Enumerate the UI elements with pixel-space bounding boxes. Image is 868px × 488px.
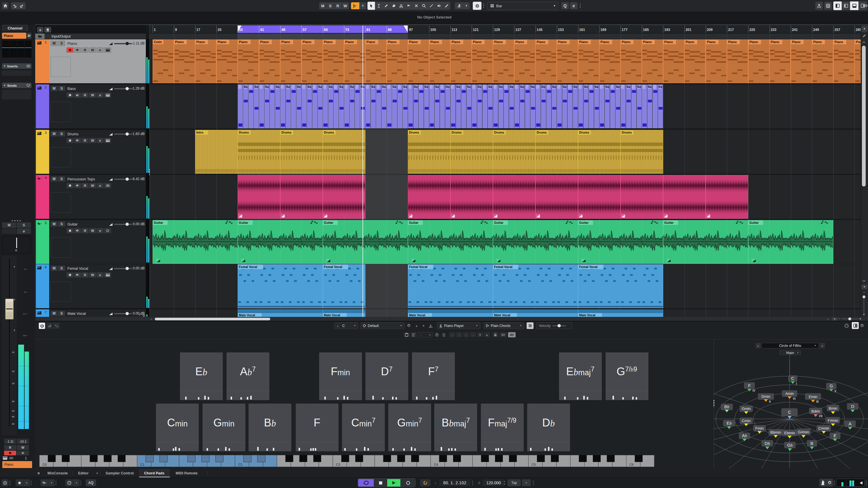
svg-text:33: 33 xyxy=(239,28,243,32)
svg-text:C5: C5 xyxy=(532,463,536,466)
svg-text:201: 201 xyxy=(685,28,691,32)
svg-text:Guitar: Guitar xyxy=(324,221,333,224)
svg-text:Piano: Piano xyxy=(749,40,758,44)
svg-text:Piano: Piano xyxy=(600,40,609,44)
svg-text:Drums: Drums xyxy=(409,131,419,134)
svg-text:VII: VII xyxy=(819,415,822,418)
svg-text:105: 105 xyxy=(430,28,436,32)
svg-text:V: V xyxy=(834,390,836,393)
svg-text:C2: C2 xyxy=(238,463,242,466)
svg-text:Gmin: Gmin xyxy=(742,406,750,411)
svg-text:Bmin: Bmin xyxy=(829,406,837,411)
svg-text:145: 145 xyxy=(536,28,542,32)
svg-text:Db: Db xyxy=(765,441,770,446)
svg-text:Piano: Piano xyxy=(345,40,354,44)
svg-text:Cmin: Cmin xyxy=(742,419,750,423)
svg-text:Femal Vocal: Femal Vocal xyxy=(239,265,257,268)
svg-text:Male Vocal: Male Vocal xyxy=(494,314,510,317)
svg-text:Piano: Piano xyxy=(536,40,545,44)
svg-text:Piano: Piano xyxy=(813,40,822,44)
svg-text:Piano: Piano xyxy=(728,40,737,44)
svg-text:Guitar: Guitar xyxy=(664,221,674,224)
svg-text:Piano: Piano xyxy=(494,40,503,44)
svg-text:9: 9 xyxy=(175,28,177,32)
svg-text:I: I xyxy=(796,382,797,385)
svg-text:121: 121 xyxy=(473,28,478,32)
svg-text:Piano: Piano xyxy=(473,40,482,44)
svg-text:Piano: Piano xyxy=(239,40,247,44)
svg-text:II: II xyxy=(769,400,771,403)
svg-text:Gb: Gb xyxy=(787,443,793,448)
svg-text:Femal Vocal: Femal Vocal xyxy=(409,265,427,268)
svg-text:Emin: Emin xyxy=(809,395,817,399)
svg-text:G#min: G#min xyxy=(798,430,809,434)
svg-text:177: 177 xyxy=(621,28,627,32)
svg-text:217: 217 xyxy=(728,28,734,32)
svg-text:Piano: Piano xyxy=(621,40,630,44)
svg-text:C1: C1 xyxy=(140,463,144,466)
svg-text:Cmin: Cmin xyxy=(154,40,162,44)
svg-text:Piano: Piano xyxy=(707,40,715,44)
svg-text:Bdim: Bdim xyxy=(811,409,820,414)
svg-text:IV: IV xyxy=(752,389,755,392)
svg-text:F#min: F#min xyxy=(828,418,838,423)
svg-text:Piano: Piano xyxy=(664,40,673,44)
svg-text:Ab: Ab xyxy=(742,433,747,438)
svg-text:137: 137 xyxy=(515,28,521,32)
svg-text:Amin: Amin xyxy=(785,391,794,396)
svg-text:Male Vocal: Male Vocal xyxy=(324,314,340,317)
svg-text:Drums: Drums xyxy=(494,131,504,134)
svg-text:C3: C3 xyxy=(336,463,340,466)
svg-text:VI: VI xyxy=(793,397,796,400)
svg-text:161: 161 xyxy=(579,28,585,32)
svg-text:Piano: Piano xyxy=(430,40,439,44)
svg-text:17: 17 xyxy=(196,28,200,32)
svg-text:Drums: Drums xyxy=(452,131,462,134)
svg-text:185: 185 xyxy=(643,28,649,32)
svg-text:Male Vocal: Male Vocal xyxy=(409,314,425,317)
svg-text:169: 169 xyxy=(600,28,606,32)
svg-text:Piano: Piano xyxy=(579,40,588,44)
svg-text:Eb: Eb xyxy=(726,421,732,426)
svg-text:C6: C6 xyxy=(629,463,633,466)
svg-text:233: 233 xyxy=(771,28,776,32)
svg-text:249: 249 xyxy=(813,28,819,32)
svg-text:III: III xyxy=(816,400,819,403)
svg-text:Drums: Drums xyxy=(324,131,334,134)
svg-text:Piano: Piano xyxy=(324,40,333,44)
svg-text:81: 81 xyxy=(366,28,370,32)
svg-text:C: C xyxy=(788,410,791,415)
svg-text:Piano: Piano xyxy=(771,40,779,44)
svg-text:Male Vocal: Male Vocal xyxy=(579,314,595,317)
svg-text:C: C xyxy=(791,376,795,381)
svg-text:C0: C0 xyxy=(42,463,46,466)
svg-text:241: 241 xyxy=(792,28,797,32)
svg-text:Piano: Piano xyxy=(558,40,566,44)
svg-text:Femal Vocal: Femal Vocal xyxy=(324,265,342,268)
svg-text:Piano: Piano xyxy=(175,40,184,44)
svg-text:Femal Vocal: Femal Vocal xyxy=(579,265,597,268)
svg-text:Dmin: Dmin xyxy=(762,394,770,399)
svg-text:Intro: Intro xyxy=(196,131,204,134)
svg-text:265: 265 xyxy=(856,28,861,32)
svg-text:Guitar: Guitar xyxy=(579,221,589,224)
svg-text:Bbmin: Bbmin xyxy=(771,430,781,434)
svg-text:73: 73 xyxy=(345,28,349,32)
svg-text:Piano: Piano xyxy=(515,40,524,44)
svg-text:Piano: Piano xyxy=(856,40,861,44)
svg-text:Guitar: Guitar xyxy=(239,221,248,224)
svg-text:Ebmin: Ebmin xyxy=(784,431,795,435)
svg-text:193: 193 xyxy=(664,28,670,32)
svg-text:Guitar: Guitar xyxy=(749,221,758,224)
svg-text:57: 57 xyxy=(303,28,307,32)
svg-text:Piano: Piano xyxy=(303,40,311,44)
svg-text:49: 49 xyxy=(281,28,285,32)
svg-text:25: 25 xyxy=(218,28,222,32)
svg-text:Guitar: Guitar xyxy=(154,221,163,224)
svg-text:Piano: Piano xyxy=(260,40,269,44)
svg-text:89: 89 xyxy=(388,28,392,32)
svg-text:F: F xyxy=(748,383,750,388)
svg-text:Piano: Piano xyxy=(834,40,843,44)
svg-text:Drums: Drums xyxy=(536,131,547,134)
svg-text:Piano: Piano xyxy=(281,40,290,44)
